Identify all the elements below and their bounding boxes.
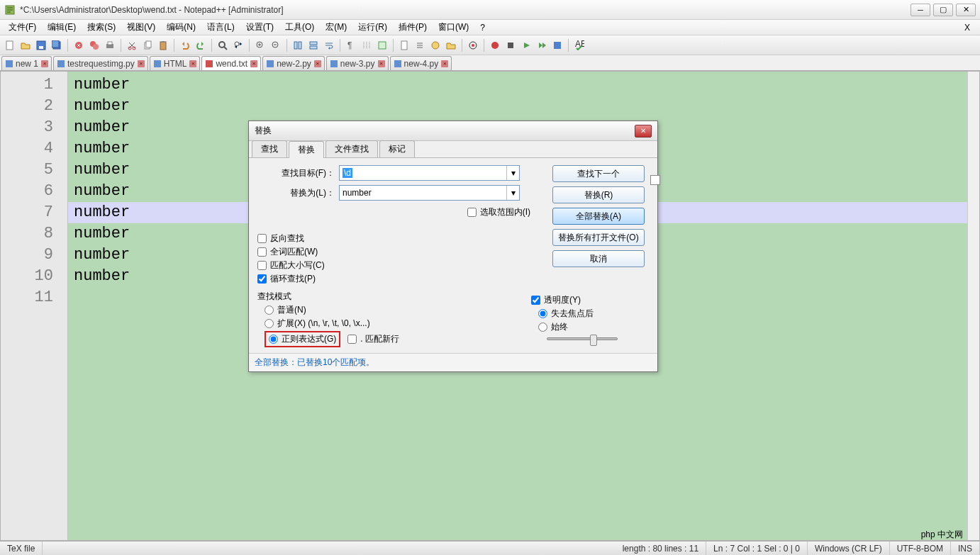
tab-new-1[interactable]: new 1× [1, 56, 52, 70]
tab-close-icon[interactable]: × [378, 60, 385, 67]
menu-view[interactable]: 视图(V) [121, 20, 161, 35]
dialog-tab-find[interactable]: 查找 [252, 140, 287, 157]
tab-close-icon[interactable]: × [189, 60, 196, 67]
menu-edit[interactable]: 编辑(E) [42, 20, 82, 35]
wholeword-checkbox[interactable] [257, 247, 267, 257]
transparency-slider[interactable] [547, 337, 618, 340]
tab-new-3[interactable]: new-3.py× [326, 56, 389, 70]
tab-close-icon[interactable]: × [441, 60, 448, 67]
trans-onblur-radio[interactable] [538, 309, 547, 318]
tab-testrequestimg[interactable]: testrequestimg.py× [53, 56, 148, 70]
zoom-in-icon[interactable] [253, 38, 267, 52]
close-file-icon[interactable] [72, 38, 86, 52]
replace-in-open-button[interactable]: 替换所有打开文件(O) [552, 229, 645, 246]
save-all-icon[interactable] [50, 38, 64, 52]
menu-tools[interactable]: 工具(O) [279, 20, 320, 35]
replace-input[interactable]: number ▾ [339, 185, 520, 201]
chevron-down-icon[interactable]: ▾ [506, 166, 519, 180]
status-bar: TeX file length : 80 lines : 11 Ln : 7 C… [0, 541, 980, 555]
cut-icon[interactable] [125, 38, 139, 52]
save-icon[interactable] [34, 38, 48, 52]
dialog-titlebar[interactable]: 替换 ✕ [249, 121, 657, 141]
stop-icon[interactable] [503, 38, 518, 52]
play-multi-icon[interactable] [535, 38, 549, 52]
line-number-gutter: 1234567891011 [1, 72, 68, 540]
menu-settings[interactable]: 设置(T) [240, 20, 279, 35]
tab-close-icon[interactable]: × [250, 60, 257, 67]
folder-icon[interactable] [444, 38, 458, 52]
mode-regex-radio[interactable] [269, 335, 278, 344]
menu-help[interactable]: ? [474, 21, 491, 34]
backward-checkbox[interactable] [257, 234, 267, 243]
tab-new-4[interactable]: new-4.py× [390, 56, 452, 70]
toolbar: ¶ ABC [0, 35, 980, 55]
match-newline-checkbox[interactable] [347, 335, 357, 344]
find-next-button[interactable]: 查找下一个 [552, 165, 645, 182]
show-all-chars-icon[interactable]: ¶ [344, 38, 358, 52]
doc-list-icon[interactable] [413, 38, 427, 52]
minimize-button[interactable]: ─ [911, 4, 930, 16]
svg-rect-1 [6, 41, 13, 50]
close-button[interactable]: ✕ [956, 4, 976, 16]
tab-new-2[interactable]: new-2.py× [262, 56, 325, 70]
replace-all-button[interactable]: 全部替换(A) [552, 208, 645, 225]
wrap-icon[interactable] [322, 38, 336, 52]
menu-language[interactable]: 语言(L) [201, 20, 240, 35]
paste-icon[interactable] [156, 38, 170, 52]
menu-window[interactable]: 窗口(W) [433, 20, 474, 35]
maximize-button[interactable]: ▢ [933, 4, 953, 16]
tab-wend-txt[interactable]: wend.txt× [201, 56, 261, 70]
cancel-button[interactable]: 取消 [552, 250, 645, 267]
transparency-checkbox[interactable] [531, 296, 540, 305]
menu-search[interactable]: 搜索(S) [82, 20, 121, 35]
tab-close-icon[interactable]: × [314, 60, 321, 67]
copy-icon[interactable] [140, 38, 155, 52]
save-macro-icon[interactable] [550, 38, 564, 52]
svg-rect-32 [508, 43, 513, 48]
sync-h-icon[interactable] [306, 38, 321, 52]
sync-v-icon[interactable] [291, 38, 305, 52]
replace-button[interactable]: 替换(R) [552, 186, 645, 203]
menu-plugins[interactable]: 插件(P) [393, 20, 433, 35]
zoom-out-icon[interactable] [269, 38, 283, 52]
mode-normal-radio[interactable] [265, 305, 274, 315]
vertical-scrollbar[interactable] [967, 72, 979, 540]
dialog-close-icon[interactable]: ✕ [635, 125, 652, 138]
menu-encoding[interactable]: 编码(N) [161, 20, 201, 35]
func-list-icon[interactable] [428, 38, 442, 52]
find-next-checkbox[interactable] [650, 175, 660, 185]
menu-macro[interactable]: 宏(M) [320, 20, 352, 35]
record-icon[interactable] [488, 38, 502, 52]
menu-run[interactable]: 运行(R) [352, 20, 393, 35]
find-icon[interactable] [216, 38, 230, 52]
print-icon[interactable] [103, 38, 117, 52]
open-file-icon[interactable] [18, 38, 33, 52]
monitor-icon[interactable] [466, 38, 480, 52]
dialog-tab-mark[interactable]: 标记 [379, 140, 415, 157]
tab-close-icon[interactable]: × [41, 60, 48, 67]
new-file-icon[interactable] [3, 38, 17, 52]
tab-html[interactable]: HTML× [150, 56, 201, 70]
chevron-down-icon[interactable]: ▾ [506, 186, 519, 200]
svg-rect-36 [57, 60, 65, 67]
replace-icon[interactable] [231, 38, 245, 52]
close-all-icon[interactable] [87, 38, 101, 52]
find-input[interactable]: \d ▾ [339, 165, 520, 181]
trans-always-radio[interactable] [538, 323, 547, 332]
doc-map-icon[interactable] [397, 38, 411, 52]
play-icon[interactable] [519, 38, 533, 52]
in-selection-checkbox[interactable] [467, 208, 477, 217]
userdef-icon[interactable] [375, 38, 389, 52]
menu-close-x[interactable]: X [957, 21, 977, 34]
dialog-tab-replace[interactable]: 替换 [289, 141, 324, 158]
undo-icon[interactable] [178, 38, 192, 52]
redo-icon[interactable] [194, 38, 208, 52]
tab-close-icon[interactable]: × [138, 60, 145, 67]
indent-guide-icon[interactable] [360, 38, 374, 52]
mode-extended-radio[interactable] [265, 319, 274, 328]
dialog-tab-findinfiles[interactable]: 文件查找 [325, 140, 378, 157]
spellcheck-icon[interactable]: ABC [572, 38, 586, 52]
matchcase-checkbox[interactable] [257, 261, 267, 270]
menu-file[interactable]: 文件(F) [3, 20, 42, 35]
wrap-checkbox[interactable] [257, 274, 267, 284]
